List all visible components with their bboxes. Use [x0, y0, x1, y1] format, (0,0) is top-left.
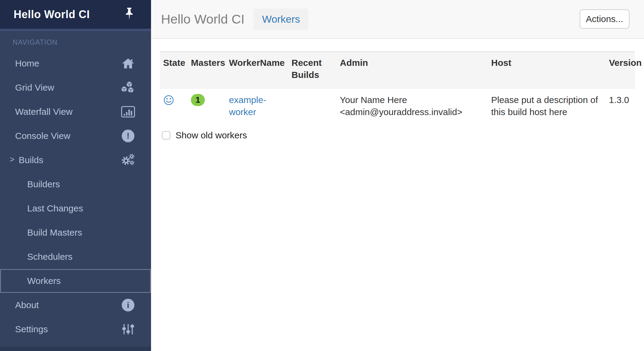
bar-chart-icon	[121, 105, 135, 119]
sidebar-item-label: Grid View	[15, 82, 54, 93]
sidebar-item-about[interactable]: About	[0, 293, 151, 317]
column-header-masters: Masters	[188, 52, 226, 89]
sidebar-item-label: Settings	[15, 324, 48, 334]
sidebar-accent-strip	[0, 29, 151, 31]
table-row: 1 example-worker Your Name Here <admin@y…	[160, 89, 635, 124]
sidebar-item-label: Builders	[27, 179, 60, 189]
worker-state-cell	[160, 89, 188, 124]
worker-recent-builds-cell	[288, 89, 337, 124]
show-old-workers-checkbox[interactable]	[162, 131, 170, 140]
sidebar-item-home[interactable]: Home	[0, 51, 151, 76]
nav-section-label: NAVIGATION	[13, 38, 151, 48]
worker-name-link[interactable]: example-worker	[229, 95, 266, 117]
info-circle-icon	[121, 298, 135, 312]
page-header: Hello World CI Workers Actions...	[151, 0, 644, 39]
exclamation-circle-icon	[121, 129, 135, 143]
sidebar-item-console-view[interactable]: Console View	[0, 124, 151, 148]
sidebar-item-label: Home	[15, 58, 39, 69]
sidebar-item-builders[interactable]: Builders	[0, 172, 151, 196]
sidebar-item-workers[interactable]: Workers	[0, 269, 151, 293]
pin-icon[interactable]	[124, 7, 134, 22]
column-header-host: Host	[488, 52, 606, 89]
smiley-ok-icon	[163, 95, 174, 106]
worker-version-cell: 1.3.0	[606, 89, 635, 124]
sliders-icon	[121, 322, 135, 337]
actions-button[interactable]: Actions...	[580, 9, 630, 29]
column-header-workername: WorkerName	[226, 52, 288, 89]
cubes-icon	[121, 80, 135, 95]
show-old-workers-label: Show old workers	[175, 130, 247, 140]
home-icon	[121, 56, 135, 71]
sidebar-item-settings[interactable]: Settings	[0, 317, 151, 341]
cogs-icon	[121, 153, 135, 167]
sidebar-item-label: Waterfall View	[15, 107, 72, 117]
worker-name-cell: example-worker	[226, 89, 288, 124]
sidebar-item-label: Build Masters	[27, 227, 82, 238]
sidebar-item-label: About	[15, 300, 39, 310]
nav: Home Grid View	[0, 51, 151, 341]
sidebar-item-builds[interactable]: > Builds	[0, 148, 151, 172]
app-title: Hello World CI	[14, 8, 90, 21]
sidebar-item-label: Builds	[19, 155, 43, 165]
sidebar-item-last-changes[interactable]: Last Changes	[0, 196, 151, 221]
sidebar-item-grid-view[interactable]: Grid View	[0, 76, 151, 100]
column-header-version: Version	[606, 52, 635, 89]
table-header-row: State Masters WorkerName Recent Builds A…	[160, 52, 635, 89]
worker-masters-cell: 1	[188, 89, 226, 124]
masters-count-badge[interactable]: 1	[191, 94, 205, 106]
sidebar-item-label: Schedulers	[27, 252, 72, 262]
sidebar-footer-strip	[0, 347, 151, 351]
main-area: Hello World CI Workers Actions... State …	[151, 0, 644, 351]
worker-host-cell: Please put a description of this build h…	[488, 89, 606, 124]
column-header-admin: Admin	[337, 52, 488, 89]
sidebar-item-schedulers[interactable]: Schedulers	[0, 245, 151, 269]
breadcrumb-workers-chip[interactable]: Workers	[253, 8, 308, 30]
column-header-state: State	[160, 52, 188, 89]
content: State Masters WorkerName Recent Builds A…	[151, 51, 644, 140]
sidebar-item-build-masters[interactable]: Build Masters	[0, 221, 151, 245]
chevron-right-icon: >	[10, 155, 14, 164]
column-header-recent-builds: Recent Builds	[288, 52, 337, 89]
worker-admin-cell: Your Name Here <admin@youraddress.invali…	[337, 89, 488, 124]
sidebar: Hello World CI NAVIGATION Home Grid View	[0, 0, 151, 351]
workers-table: State Masters WorkerName Recent Builds A…	[160, 51, 635, 124]
sidebar-item-waterfall-view[interactable]: Waterfall View	[0, 100, 151, 124]
sidebar-item-label: Last Changes	[27, 203, 83, 214]
page-title: Hello World CI	[161, 12, 244, 27]
show-old-workers-toggle[interactable]: Show old workers	[160, 130, 635, 140]
sidebar-item-label: Workers	[27, 276, 61, 286]
sidebar-header: Hello World CI	[0, 0, 151, 29]
sidebar-item-label: Console View	[15, 131, 70, 141]
